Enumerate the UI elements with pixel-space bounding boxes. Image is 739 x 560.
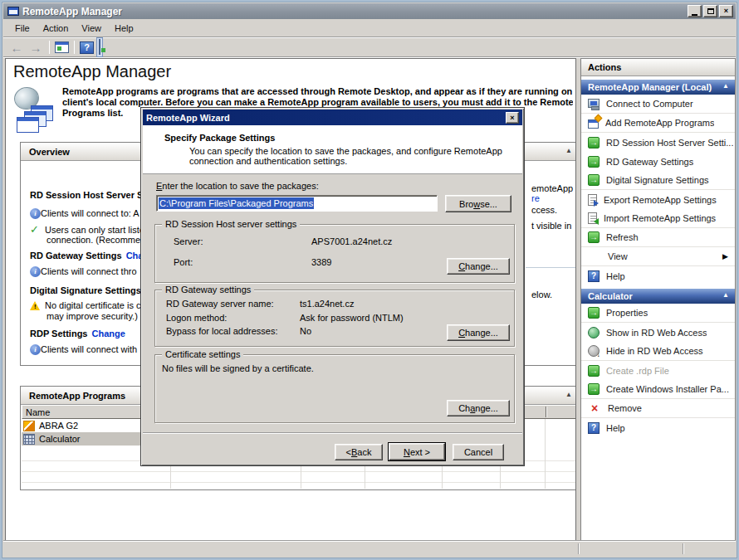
action-item-rd-gateway-settings[interactable]: →RD Gateway Settings: [581, 152, 735, 171]
menu-item-view[interactable]: View: [75, 22, 108, 35]
back-button[interactable]: ←: [8, 41, 25, 54]
overview-text-fragment: re: [531, 193, 540, 203]
menu-item-help[interactable]: Help: [108, 22, 140, 35]
minimize-button[interactable]: [688, 5, 702, 17]
wizard-dialog: RemoteApp Wizard × Specify Package Setti…: [140, 107, 525, 466]
overview-line: RD Session Host Server Se: [30, 190, 148, 202]
location-value: C:\Program Files\Packaged Programs: [159, 197, 314, 209]
help-toolbar-button[interactable]: ?: [80, 41, 94, 54]
window-titlebar[interactable]: RemoteApp Manager ×: [3, 3, 736, 19]
location-label: Enter the location to save the packages:: [156, 181, 319, 191]
maximize-button[interactable]: [703, 5, 717, 17]
action-item-import-remoteapp-settings[interactable]: Import RemoteApp Settings: [581, 209, 735, 228]
wizard-next-button[interactable]: Next >: [389, 443, 445, 460]
host-change-button[interactable]: Change...: [447, 258, 510, 275]
certificate-note: No files will be signed by a certificate…: [162, 363, 314, 373]
console-window-icon[interactable]: [55, 41, 69, 53]
action-item-remove[interactable]: ×Remove: [581, 399, 735, 418]
certificate-settings-group: Certificate settings No files will be si…: [154, 354, 515, 423]
action-item-show-in-rd-web-access[interactable]: Show in RD Web Access: [581, 323, 735, 342]
toolbar-separator: [74, 41, 75, 54]
description-line: RemoteApp programs are programs that are…: [62, 86, 573, 97]
overview-line: iClients will connect to: A: [30, 208, 139, 220]
overview-line: iClients will connect thro: [30, 266, 137, 278]
computer-icon: [588, 99, 600, 108]
action-item-export-remoteapp-settings[interactable]: Export RemoteApp Settings: [581, 190, 735, 209]
location-input[interactable]: C:\Program Files\Packaged Programs: [156, 195, 438, 212]
collapse-icon: ▲: [722, 292, 729, 299]
setting-label: Port:: [174, 257, 193, 267]
action-section-header-remoteapp-manager-local[interactable]: RemoteApp Manager (Local)▲: [581, 80, 735, 95]
setting-label: Server:: [174, 236, 203, 246]
green-arrow-icon: →: [588, 156, 600, 168]
wizard-back-button[interactable]: < Back: [335, 444, 383, 460]
action-item-properties[interactable]: →Properties: [581, 304, 735, 323]
actions-sections: RemoteApp Manager (Local)▲Connect to Com…: [581, 80, 735, 437]
action-item-view[interactable]: View▶: [581, 247, 735, 266]
setting-value: ts1.a24net.cz: [300, 299, 354, 309]
action-item-label: Refresh: [606, 232, 639, 242]
close-button[interactable]: ×: [719, 5, 733, 17]
info-icon: i: [30, 208, 41, 219]
menu-item-action[interactable]: Action: [37, 22, 76, 35]
wizard-header: Specify Package Settings You can specify…: [143, 125, 522, 174]
info-icon: i: [30, 344, 41, 355]
overview-text-fragment: t visible in: [531, 221, 571, 231]
wizard-close-button[interactable]: ×: [506, 112, 519, 124]
setting-value: APS7001.a24net.cz: [311, 236, 392, 246]
action-item-digital-signature-settings[interactable]: →Digital Signature Settings: [581, 171, 735, 190]
action-item-label: Properties: [606, 308, 648, 318]
wizard-titlebar[interactable]: RemoteApp Wizard ×: [143, 110, 522, 125]
setting-value: Ask for password (NTLM): [300, 313, 404, 323]
forward-button[interactable]: →: [27, 41, 44, 54]
action-item-hide-in-rd-web-access[interactable]: ↓Hide in RD Web Access: [581, 342, 735, 361]
wizard-title: RemoteApp Wizard: [146, 113, 230, 123]
remove-icon: ×: [588, 402, 601, 415]
setting-label: Logon method:: [166, 313, 227, 323]
overview-line: may improve security.): [30, 311, 138, 323]
menu-item-file[interactable]: File: [8, 22, 37, 35]
overview-text: RD Session Host Server Se: [30, 190, 148, 200]
setting-label: RD Gateway server name:: [166, 299, 274, 309]
action-item-create-rdp-file: →Create .rdp File: [581, 361, 735, 380]
calculator-icon: [23, 434, 35, 445]
setting-value: 3389: [311, 257, 331, 267]
overview-line: iClients will connect with: [30, 344, 137, 356]
green-arrow-icon: →: [588, 137, 600, 149]
window-glyph: [17, 117, 39, 133]
change-link[interactable]: Change: [91, 329, 125, 338]
action-section-header-calculator[interactable]: Calculator▲: [581, 289, 735, 304]
overview-line: !No digital certificate is c: [30, 300, 141, 312]
export-doc-icon: [588, 194, 597, 206]
wizard-cancel-button[interactable]: Cancel: [453, 444, 504, 460]
action-item-connect-to-computer[interactable]: Connect to Computer: [581, 95, 735, 114]
actions-panel: Actions RemoteApp Manager (Local)▲Connec…: [580, 58, 736, 542]
action-item-label: Remove: [608, 403, 642, 413]
overview-line: Digital Signature Settings: [30, 285, 141, 297]
action-item-rd-session-host-server-setti[interactable]: →RD Session Host Server Setti...: [581, 133, 735, 152]
grid-line: [22, 471, 576, 472]
wizard-separator: [143, 432, 522, 434]
overview-line: RD Gateway SettingsChan: [30, 251, 149, 262]
action-pane-icon: [99, 39, 100, 55]
browse-button[interactable]: Browse...: [445, 195, 511, 212]
overview-divider: [526, 267, 576, 268]
certificate-change-button[interactable]: Change...: [447, 400, 510, 416]
collapse-icon[interactable]: ▲: [565, 392, 572, 398]
app-icon: [7, 7, 19, 16]
overview-text: Clients will connect to: A: [41, 208, 139, 218]
gateway-change-button[interactable]: Change...: [447, 324, 510, 341]
actions-header: Actions: [581, 59, 735, 76]
collapse-icon[interactable]: ▲: [565, 148, 572, 154]
action-item-refresh[interactable]: →Refresh: [581, 228, 735, 247]
action-item-add-remoteapp-programs[interactable]: Add RemoteApp Programs: [581, 114, 735, 133]
action-item-label: Hide in RD Web Access: [606, 346, 703, 356]
action-item-create-windows-installer-pa[interactable]: →Create Windows Installer Pa...: [581, 380, 735, 399]
green-arrow-icon: →: [588, 383, 600, 395]
no-icon-spacer: [588, 251, 601, 263]
action-item-help[interactable]: ?Help: [581, 266, 735, 285]
collapse-icon: ▲: [722, 83, 729, 90]
gateway-group-title: RD Gateway settings: [162, 285, 254, 295]
action-pane-toggle[interactable]: [96, 37, 103, 57]
action-item-help[interactable]: ?Help: [581, 418, 735, 437]
